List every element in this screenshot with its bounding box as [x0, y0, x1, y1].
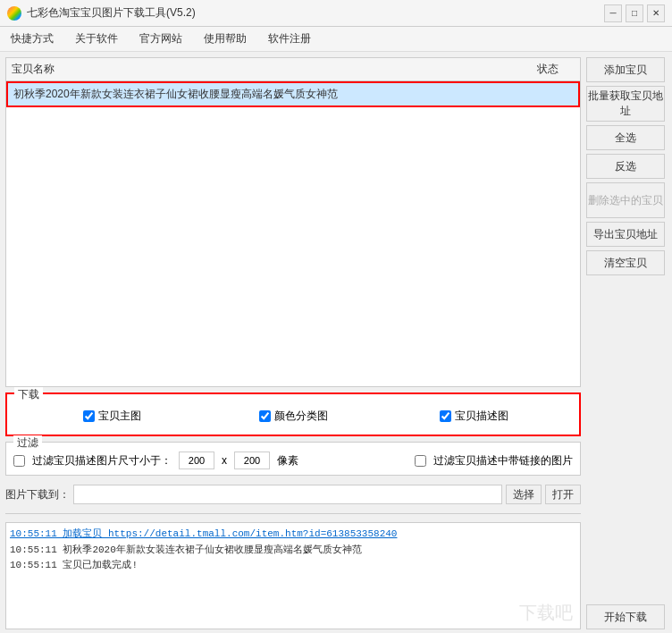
log-section: 10:55:11 加载宝贝 https://detail.tmall.com/i…: [5, 522, 581, 629]
row-inner: 初秋季2020年新款女装连衣裙子仙女裙收腰显瘦高端名媛气质女神范: [13, 87, 573, 102]
filter-height-input[interactable]: [234, 452, 270, 469]
filter-size-label: 过滤宝贝描述图片尺寸小于：: [32, 453, 172, 468]
table-row[interactable]: 初秋季2020年新款女装连衣裙子仙女裙收腰显瘦高端名媛气质女神范: [6, 81, 580, 107]
separator: [5, 513, 581, 517]
checkbox-desc[interactable]: [440, 410, 451, 422]
log-line-3: 10:55:11 宝贝已加载完成!: [10, 558, 576, 574]
table-body: 初秋季2020年新款女装连衣裙子仙女裙收腰显瘦高端名媛气质女神范: [6, 81, 580, 107]
checkbox-main-label: 宝贝主图: [98, 409, 141, 424]
checkbox-main[interactable]: [83, 410, 95, 422]
path-section: 图片下载到： 选择 打开: [5, 481, 581, 508]
title-bar: 七彩色淘宝宝贝图片下载工具(V5.2) ─ □ ✕: [0, 0, 672, 27]
filter-section-label: 过滤: [13, 435, 42, 451]
path-input[interactable]: [73, 485, 502, 504]
filter-size-unit: 像素: [277, 453, 298, 468]
maximize-button[interactable]: □: [626, 4, 643, 22]
title-bar-left: 七彩色淘宝宝贝图片下载工具(V5.2): [7, 5, 196, 21]
main-content: 宝贝名称 状态 初秋季2020年新款女装连衣裙子仙女裙收腰显瘦高端名媛气质女神范…: [0, 52, 672, 633]
filter-size-checkbox[interactable]: [13, 455, 25, 467]
menu-website[interactable]: 官方网站: [136, 30, 186, 48]
download-section-label: 下载: [14, 387, 43, 402]
table-header: 宝贝名称 状态: [6, 58, 580, 81]
select-path-button[interactable]: 选择: [506, 485, 542, 504]
col-name-header: 宝贝名称: [12, 62, 521, 77]
watermark: 下载吧: [519, 601, 573, 625]
checkbox-color-item: 颜色分类图: [203, 409, 384, 424]
log-line-2: 10:55:11 初秋季2020年新款女装连衣裙子仙女裙收腰显瘦高端名媛气质女神…: [10, 543, 576, 559]
filter-link-checkbox[interactable]: [415, 455, 426, 467]
menu-about[interactable]: 关于软件: [71, 30, 122, 48]
download-section: 下载 宝贝主图 颜色分类图 宝贝描述图: [5, 392, 581, 436]
filter-width-input[interactable]: [179, 452, 214, 469]
export-button[interactable]: 导出宝贝地址: [586, 222, 665, 247]
minimize-button[interactable]: ─: [604, 4, 622, 22]
path-label: 图片下载到：: [5, 487, 70, 502]
right-panel: 添加宝贝 批量获取宝贝地址 全选 反选 删除选中的宝贝 导出宝贝地址 清空宝贝 …: [586, 57, 667, 629]
batch-get-button[interactable]: 批量获取宝贝地址: [586, 86, 665, 122]
product-table-section: 宝贝名称 状态 初秋季2020年新款女装连衣裙子仙女裙收腰显瘦高端名媛气质女神范: [5, 57, 581, 387]
app-icon: [7, 6, 21, 21]
add-product-button[interactable]: 添加宝贝: [586, 57, 665, 82]
close-button[interactable]: ✕: [647, 4, 665, 22]
filter-section: 过滤 过滤宝贝描述图片尺寸小于： x 像素 过滤宝贝描述中带链接的图片: [5, 442, 581, 476]
delete-selected-button[interactable]: 删除选中的宝贝: [586, 182, 665, 218]
filter-size-sep: x: [222, 454, 227, 467]
checkbox-color-label: 颜色分类图: [274, 409, 328, 424]
menu-register[interactable]: 软件注册: [265, 30, 315, 48]
product-name: 初秋季2020年新款女装连衣裙子仙女裙收腰显瘦高端名媛气质女神范: [13, 87, 519, 102]
download-checkboxes: 宝贝主图 颜色分类图 宝贝描述图: [14, 405, 572, 427]
checkbox-desc-label: 宝贝描述图: [455, 409, 508, 424]
start-download-button[interactable]: 开始下载: [586, 604, 665, 629]
log-line-1: 10:55:11 加载宝贝 https://detail.tmall.com/i…: [10, 527, 576, 543]
checkbox-main-item: 宝贝主图: [21, 409, 203, 424]
checkbox-color[interactable]: [259, 410, 271, 422]
menu-bar: 快捷方式 关于软件 官方网站 使用帮助 软件注册: [0, 27, 672, 52]
app-title: 七彩色淘宝宝贝图片下载工具(V5.2): [27, 5, 196, 21]
menu-help[interactable]: 使用帮助: [200, 30, 250, 48]
window-controls: ─ □ ✕: [604, 4, 665, 22]
left-panel: 宝贝名称 状态 初秋季2020年新款女装连衣裙子仙女裙收腰显瘦高端名媛气质女神范…: [5, 57, 581, 629]
open-path-button[interactable]: 打开: [545, 485, 581, 504]
right-spacer: [586, 279, 667, 601]
filter-link-label: 过滤宝贝描述中带链接的图片: [433, 453, 573, 468]
product-status: [519, 87, 573, 102]
select-all-button[interactable]: 全选: [586, 125, 665, 150]
col-status-header: 状态: [521, 62, 575, 77]
menu-shortcuts[interactable]: 快捷方式: [7, 30, 57, 48]
checkbox-desc-item: 宝贝描述图: [383, 409, 565, 424]
clear-button[interactable]: 清空宝贝: [586, 250, 665, 275]
filter-row: 过滤宝贝描述图片尺寸小于： x 像素 过滤宝贝描述中带链接的图片: [13, 452, 573, 469]
deselect-button[interactable]: 反选: [586, 154, 665, 179]
